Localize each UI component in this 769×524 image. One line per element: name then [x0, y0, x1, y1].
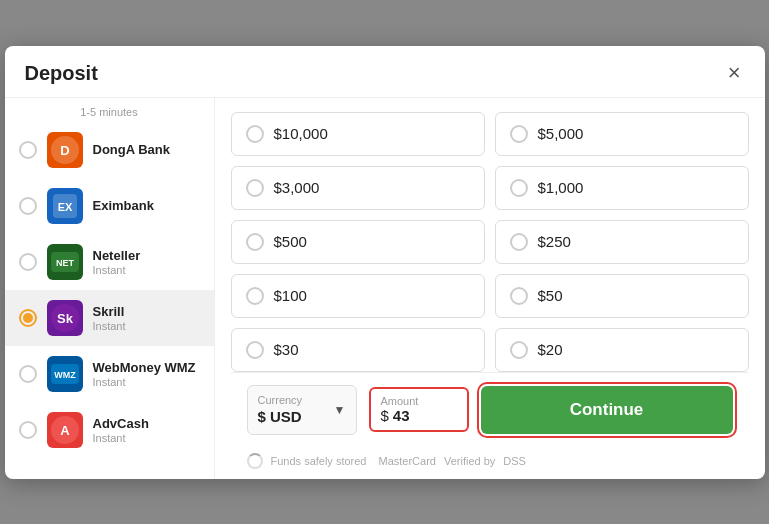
amount-option-50[interactable]: $50 [495, 274, 749, 318]
amount-option-1000[interactable]: $1,000 [495, 166, 749, 210]
amounts-section: $10,000 $5,000 $3,000 $1,000 [215, 98, 765, 479]
advcash-icon: A [47, 412, 83, 448]
card-badges: MasterCard Verified by DSS [379, 455, 526, 467]
skrill-info: Skrill Instant [93, 304, 126, 332]
svg-text:NET: NET [56, 257, 75, 267]
amount-input-label: Amount [381, 395, 457, 407]
eximbank-info: Eximbank [93, 198, 154, 213]
amount-label-500: $500 [274, 233, 307, 250]
svg-text:EX: EX [57, 200, 72, 212]
sidebar-item-webmoney[interactable]: WMZ WebMoney WMZ Instant [5, 346, 214, 402]
amount-option-3000[interactable]: $3,000 [231, 166, 485, 210]
verified-badge: Verified by [444, 455, 495, 467]
amount-dollar-sign: $ [381, 407, 389, 424]
amount-radio-1000 [510, 179, 528, 197]
amount-option-500[interactable]: $500 [231, 220, 485, 264]
time-label: 1-5 minutes [5, 98, 214, 122]
neteller-icon: NET [47, 244, 83, 280]
sidebar-item-advcash[interactable]: A AdvCash Instant [5, 402, 214, 458]
sidebar-radio-neteller [19, 253, 37, 271]
amount-option-5000[interactable]: $5,000 [495, 112, 749, 156]
donga-name: DongA Bank [93, 142, 171, 157]
webmoney-speed: Instant [93, 376, 196, 388]
webmoney-info: WebMoney WMZ Instant [93, 360, 196, 388]
eximbank-icon: EX [47, 188, 83, 224]
skrill-name: Skrill [93, 304, 126, 319]
continue-button[interactable]: Continue [481, 386, 733, 434]
amount-label-30: $30 [274, 341, 299, 358]
amount-label-100: $100 [274, 287, 307, 304]
advcash-info: AdvCash Instant [93, 416, 149, 444]
sidebar-item-neteller[interactable]: NET Neteller Instant [5, 234, 214, 290]
amount-radio-5000 [510, 125, 528, 143]
donga-info: DongA Bank [93, 142, 171, 157]
deposit-modal: Deposit × 1-5 minutes D DongA Bank EX [5, 46, 765, 479]
neteller-name: Neteller [93, 248, 141, 263]
sidebar-radio-advcash [19, 421, 37, 439]
skrill-icon: Sk [47, 300, 83, 336]
amount-label-250: $250 [538, 233, 571, 250]
amount-input-wrap: Amount $ [369, 387, 469, 432]
sidebar-item-eximbank[interactable]: EX Eximbank [5, 178, 214, 234]
mastercard-badge: MasterCard [379, 455, 436, 467]
amount-input-row: $ [381, 407, 457, 424]
svg-text:A: A [60, 423, 70, 438]
donga-icon: D [47, 132, 83, 168]
amount-label-50: $50 [538, 287, 563, 304]
amount-radio-250 [510, 233, 528, 251]
amount-option-30[interactable]: $30 [231, 328, 485, 372]
advcash-speed: Instant [93, 432, 149, 444]
currency-select[interactable]: Currency $ USD ▼ [247, 385, 357, 435]
sidebar-item-skrill[interactable]: Sk Skrill Instant [5, 290, 214, 346]
amount-radio-50 [510, 287, 528, 305]
svg-text:Sk: Sk [57, 311, 74, 326]
payment-method-sidebar: 1-5 minutes D DongA Bank EX Eximbank [5, 98, 215, 479]
safety-text: Funds safely stored [271, 455, 367, 467]
dss-badge: DSS [503, 455, 526, 467]
currency-value: $ USD [258, 408, 302, 425]
sidebar-item-donga[interactable]: D DongA Bank [5, 122, 214, 178]
safety-spinner-icon [247, 453, 263, 469]
amounts-grid: $10,000 $5,000 $3,000 $1,000 [231, 112, 749, 372]
amount-label-10000: $10,000 [274, 125, 328, 142]
amount-input[interactable] [393, 407, 443, 424]
modal-title: Deposit [25, 62, 98, 85]
svg-text:D: D [60, 143, 69, 158]
amount-radio-10000 [246, 125, 264, 143]
amount-label-5000: $5,000 [538, 125, 584, 142]
amount-label-1000: $1,000 [538, 179, 584, 196]
neteller-info: Neteller Instant [93, 248, 141, 276]
close-button[interactable]: × [724, 62, 745, 84]
skrill-speed: Instant [93, 320, 126, 332]
advcash-name: AdvCash [93, 416, 149, 431]
sidebar-radio-eximbank [19, 197, 37, 215]
neteller-speed: Instant [93, 264, 141, 276]
amount-option-100[interactable]: $100 [231, 274, 485, 318]
sidebar-radio-webmoney [19, 365, 37, 383]
webmoney-icon: WMZ [47, 356, 83, 392]
modal-footer: Currency $ USD ▼ Amount $ Continue [231, 372, 749, 447]
amount-radio-100 [246, 287, 264, 305]
eximbank-name: Eximbank [93, 198, 154, 213]
amount-option-20[interactable]: $20 [495, 328, 749, 372]
modal-header: Deposit × [5, 46, 765, 98]
amount-option-250[interactable]: $250 [495, 220, 749, 264]
currency-select-inner: Currency $ USD [258, 394, 303, 426]
amount-radio-20 [510, 341, 528, 359]
currency-label: Currency [258, 394, 303, 406]
chevron-down-icon: ▼ [334, 403, 346, 417]
safety-row: Funds safely stored MasterCard Verified … [231, 447, 749, 479]
webmoney-name: WebMoney WMZ [93, 360, 196, 375]
svg-text:WMZ: WMZ [54, 369, 76, 379]
sidebar-radio-donga [19, 141, 37, 159]
sidebar-radio-skrill [19, 309, 37, 327]
amount-label-20: $20 [538, 341, 563, 358]
amount-radio-500 [246, 233, 264, 251]
amount-option-10000[interactable]: $10,000 [231, 112, 485, 156]
amount-label-3000: $3,000 [274, 179, 320, 196]
amount-radio-3000 [246, 179, 264, 197]
modal-body: 1-5 minutes D DongA Bank EX Eximbank [5, 98, 765, 479]
amount-radio-30 [246, 341, 264, 359]
